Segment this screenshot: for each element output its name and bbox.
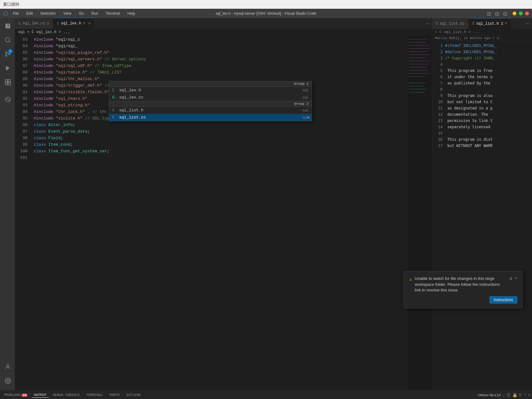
svg-rect-25 [409,67,427,68]
window-maximize-btn[interactable]: □ [519,12,523,15]
terminal-close-icon[interactable]: × [528,393,530,397]
svg-marker-7 [6,66,10,71]
tab-num-sql-lex-cc: 5 [47,22,49,25]
menu-bar: File Edit Selection View Go Run Terminal… [11,11,137,16]
terminal-dropdown-icon[interactable]: ⌄ [503,393,505,398]
dropdown-icon-sql-list-cc: C [112,115,117,120]
terminal-toolbar-right: CMake/Build ⌄ ☰ 🔒 ⎘ ⌃ × [478,393,530,398]
right-code-line: 2#define INCLUDES_MYSQL_ [435,49,529,55]
vscode-title: sql_lex.h - mysql-server [SSH: shcloud] … [216,11,316,16]
window-close-btn[interactable]: × [525,12,529,15]
menu-run[interactable]: Run [90,11,100,16]
right-code-line: 12 documentation. The [435,111,529,118]
term-tab-problems[interactable]: PROBLEMS14 [2,392,30,398]
menu-file[interactable]: File [11,11,20,16]
tab-label-sql-list-cc: sql_list.cc [440,22,464,26]
right-code-line: 15 [435,130,529,136]
dropdown-item-sql-list-cc[interactable]: C sql_list.cc sql × [109,114,312,121]
svg-rect-23 [409,61,431,61]
menu-edit[interactable]: Edit [25,11,34,16]
menu-go[interactable]: Go [77,11,85,16]
terminal-list-icon[interactable]: ☰ [507,393,510,398]
dropdown-item-sql-lex-h[interactable]: C sql_lex.h sql [109,87,312,94]
right-code-line: 10 but not limited to C [435,99,529,105]
svg-rect-27 [409,73,429,74]
menu-view[interactable]: View [62,11,73,16]
right-code-line: 11 as designated in a p [435,105,529,111]
activity-remote-icon[interactable] [1,93,14,106]
svg-rect-32 [409,92,425,93]
terminal-copy-icon[interactable]: ⎘ [519,393,522,397]
layout-icon[interactable]: ◫ [487,11,491,16]
tab-sql-list-cc[interactable]: C sql_list.cc [432,18,469,29]
dropdown-label-sql-lex-h: sql_lex.h [119,88,300,93]
source-control-badge: 1 [8,49,13,53]
instructions-button[interactable]: Instructions [489,296,517,304]
svg-rect-16 [409,39,427,39]
breadcrumb-text-left: sql > C sql_lex.h > ... [18,30,70,34]
svg-rect-30 [409,86,424,86]
svg-rect-17 [409,42,426,43]
code-line: #include "sql/sql_ [34,43,407,49]
tab-sql-lex-h[interactable]: C sql_lex.h 5 × [53,18,95,29]
right-author-line: Marcin Babij, 15 months ago | 3: [432,36,532,41]
toast-header: ⚠ Unable to watch for file changes in th… [409,276,517,293]
term-tab-debug[interactable]: DEBUG CONSOLE [50,392,82,398]
tab-label-sql-lex-h: sql_lex.h [61,21,81,26]
term-tab-gitlens[interactable]: GITLENS [124,392,143,398]
svg-rect-8 [5,80,8,82]
menu-terminal[interactable]: Terminal [104,11,121,16]
right-code-line: 17 but WITHOUT ANY WARR [435,143,529,149]
terminal-lock-icon[interactable]: 🔒 [512,393,517,398]
activity-explorer-icon[interactable] [1,20,14,32]
activity-extensions-icon[interactable] [1,76,14,88]
tab-bar-left: C sql_lex.cc 5 C sql_lex.h 5 × ⋯ [15,18,432,29]
svg-rect-10 [8,83,10,85]
activity-run-icon[interactable] [1,62,14,74]
tab-icon-sql-list-cc: C [436,22,438,26]
term-tab-terminal[interactable]: TERMINAL [84,392,105,398]
svg-rect-28 [409,76,424,77]
tab-label-sql-list-h: sql_list.h 1 [476,22,503,26]
activity-account-icon[interactable] [1,361,14,373]
tab-sql-lex-cc[interactable]: C sql_lex.cc 5 [15,18,53,29]
right-code-line: 14 separately licensed [435,124,529,130]
activity-search-icon[interactable] [1,34,14,46]
toast-gear-icon[interactable]: ⚙ [509,276,512,281]
dropdown-type-sql-lex-cc: sql [302,96,309,99]
code-line: class Alter_info; [34,122,407,128]
activity-bar: 1 [0,18,15,390]
svg-rect-19 [409,48,430,49]
dropdown-close-btn[interactable]: × [307,115,310,120]
tab-icon-sql-lex-h: C [57,22,59,25]
tab-close-sql-lex-h[interactable]: × [88,21,91,26]
right-breadcrumb-text: > C sql_list.h > ... [435,30,480,34]
activity-settings-icon[interactable] [1,375,14,387]
svg-rect-11 [5,83,8,85]
activity-source-control-icon[interactable]: 1 [1,48,14,60]
dropdown-item-sql-lex-cc[interactable]: G- sql_lex.cc sql [109,94,312,101]
dropdown-item-sql-list-h[interactable]: C sql_list.h sql [109,107,312,114]
terminal-up-icon[interactable]: ⌃ [524,393,526,398]
tab-label-sql-lex-cc: sql_lex.cc [23,21,45,26]
terminal-tab-bar: PROBLEMS14 OUTPUT DEBUG CONSOLE TERMINAL… [0,391,532,399]
menu-selection[interactable]: Selection [39,11,57,16]
menu-help[interactable]: Help [126,11,137,16]
dropdown-icon-sql-lex-cc: G- [112,95,117,100]
tab-icon-sql-lex-cc: C [19,22,21,25]
window-title-bar: 窗口跳转 [0,0,532,9]
sidebar-icon[interactable]: ◫ [495,11,499,16]
term-tab-output[interactable]: OUTPUT [32,392,49,398]
toast-close-icon[interactable]: × [515,276,517,281]
right-code-line: 1#ifndef INCLUDES_MYSQL_ [435,43,529,49]
window-minimize-btn[interactable]: − [513,12,516,15]
right-panel-more-icon[interactable]: ⋯ [526,21,529,26]
term-tab-ports[interactable]: PORTS [107,392,122,398]
panels-icon[interactable]: ◫ [503,11,507,16]
tab-close-sql-list-h[interactable]: × [505,22,507,26]
svg-rect-24 [409,64,429,64]
right-code-line: 3/* Copyright (c) 2000, [435,55,529,61]
tab-sql-list-h[interactable]: C sql_list.h 1 × [469,18,511,29]
tab-overflow-icon[interactable]: ⋯ [426,21,429,26]
tab-bar-extra-icons: ⋯ [426,18,429,29]
